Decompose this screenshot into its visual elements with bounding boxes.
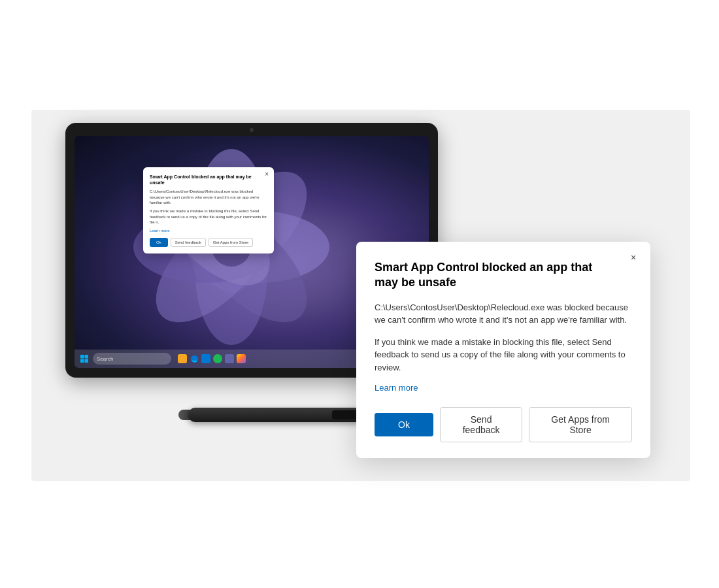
mini-dialog-learn-more: Learn more [150,229,267,233]
mini-get-apps-button[interactable]: Get Apps from Store [209,238,253,247]
mini-dialog-body-file: C:\Users\ContosoUser\Desktop\Relecloud.e… [150,189,267,205]
taskbar-search[interactable]: Search [93,353,171,365]
main-dialog-file-info: C:\Users\ContosUser\Desktop\Relecloud.ex… [375,301,632,327]
main-dialog-close-button[interactable]: × [626,250,641,265]
photos-icon[interactable] [237,354,246,363]
mini-dialog-on-screen: × Smart App Control blocked an app that … [143,167,274,253]
mail-icon[interactable] [201,354,210,363]
main-dialog-feedback-info: If you think we made a mistake in blocki… [375,336,632,374]
mini-dialog-close-icon: × [265,171,269,178]
taskbar-icons-row [178,354,246,363]
main-dialog: × Smart App Control blocked an app that … [356,242,650,458]
edge-icon[interactable] [190,354,199,363]
main-dialog-title: Smart App Control blocked an app that ma… [375,260,632,291]
mini-dialog-title: Smart App Control blocked an app that ma… [150,174,267,186]
main-get-apps-button[interactable]: Get Apps from Store [529,407,632,442]
widgets-icon[interactable] [178,354,187,363]
svg-rect-12 [85,359,89,363]
main-dialog-learn-more-link[interactable]: Learn more [375,383,632,393]
pen-button [332,410,360,419]
start-icon[interactable] [80,354,89,363]
svg-rect-9 [80,355,84,359]
mini-dialog-body-feedback: If you think we made a mistake in blocki… [150,208,267,225]
spotify-icon[interactable] [213,354,222,363]
mini-send-feedback-button[interactable]: Send feedback [171,238,206,247]
main-ok-button[interactable]: Ok [375,413,433,436]
surface-pen [188,401,384,422]
teams-icon[interactable] [225,354,234,363]
mini-dialog-buttons: Ok Send feedback Get Apps from Store [150,238,267,247]
main-dialog-buttons-row: Ok Send feedback Get Apps from Store [375,407,632,442]
main-send-feedback-button[interactable]: Send feedback [440,407,522,442]
tablet-camera [250,128,254,132]
mini-ok-button[interactable]: Ok [150,238,168,247]
svg-rect-11 [80,359,84,363]
taskbar-search-text: Search [97,356,113,362]
svg-rect-10 [85,355,89,359]
